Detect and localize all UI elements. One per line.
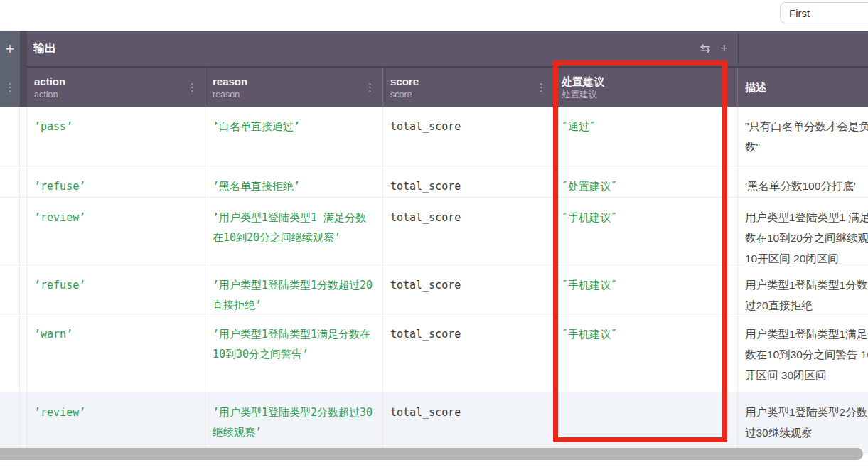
- first-button-label: First: [789, 7, 810, 19]
- cell-suggestion[interactable]: ″手机建议″: [554, 314, 738, 392]
- row-handle[interactable]: [0, 314, 20, 392]
- row-handle[interactable]: [0, 392, 20, 453]
- column-header-labels: reason reason: [205, 74, 365, 101]
- cell-action[interactable]: ’review’: [27, 198, 205, 265]
- column-header[interactable]: reason reason ⋮: [205, 68, 383, 107]
- table-body: ’pass’ ’白名单直接通过’ total_score ″通过″ "只有白名单…: [0, 107, 868, 453]
- row-menu-button[interactable]: ⋮: [0, 68, 20, 107]
- cell-suggestion[interactable]: ″手机建议″: [554, 265, 738, 314]
- column-menu-icon[interactable]: ⋮: [187, 82, 205, 92]
- column-menu-icon[interactable]: ⋮: [365, 82, 382, 92]
- column-label: reason: [213, 74, 365, 89]
- column-sublabel: action: [34, 89, 187, 101]
- cell-reason[interactable]: ’白名单直接通过’: [205, 107, 383, 166]
- cell-action[interactable]: ’review’: [27, 392, 205, 453]
- cell-suggestion[interactable]: ″处置建议″: [554, 166, 738, 198]
- cell-reason[interactable]: ’用户类型1登陆类型1分数超过20直接拒绝’: [205, 265, 383, 314]
- bottom-divider: [0, 466, 868, 466]
- add-row-button[interactable]: +: [0, 31, 20, 68]
- cell-score[interactable]: total_score: [383, 392, 554, 453]
- cell-action[interactable]: ’pass’: [27, 107, 205, 166]
- row-handle[interactable]: [0, 107, 20, 166]
- table-row: ’review’ ’用户类型1登陆类型2分数超过30继续观察’ total_sc…: [0, 392, 868, 453]
- table-row: ’refuse’ ’用户类型1登陆类型1分数超过20直接拒绝’ total_sc…: [0, 265, 868, 314]
- data-table: + 输出 ⇆ + ⋮ action action ⋮: [0, 31, 868, 453]
- plus-icon: +: [6, 41, 15, 57]
- row-gutter: [20, 107, 27, 166]
- table-row: ’review’ ’用户类型1登陆类型1 满足分数在10到20分之间继续观察’ …: [0, 198, 868, 265]
- cell-score[interactable]: total_score: [383, 265, 554, 314]
- cell-description[interactable]: 用户类型1登陆类型2分数超过30继续观察: [738, 392, 868, 453]
- group-title: 输出: [33, 41, 56, 56]
- cell-description[interactable]: "只有白名单分数才会是负数": [738, 107, 868, 166]
- top-bar: First: [0, 0, 868, 31]
- column-label: score: [390, 74, 536, 89]
- column-header[interactable]: action action ⋮: [27, 68, 205, 107]
- group-header-actions: ⇆ +: [700, 42, 728, 55]
- row-gutter: [20, 392, 27, 453]
- column-label: action: [34, 74, 187, 89]
- cell-suggestion[interactable]: [554, 392, 738, 453]
- first-button[interactable]: First: [780, 2, 868, 23]
- column-header-row: ⋮ action action ⋮ reason reason ⋮ score …: [0, 68, 868, 107]
- table-row: ’warn’ ’用户类型1登陆类型1满足分数在10到30分之间警告’ total…: [0, 314, 868, 392]
- table-row: ’refuse’ ’黑名单直接拒绝’ total_score ″处置建议″ '黑…: [0, 166, 868, 198]
- cell-score[interactable]: total_score: [383, 166, 554, 198]
- header-gutter: [20, 68, 27, 107]
- row-handle[interactable]: [0, 166, 20, 198]
- column-header-labels: score score: [383, 74, 536, 101]
- cell-description[interactable]: 用户类型1登陆类型1分数超过20直接拒绝: [738, 265, 868, 314]
- row-gutter: [20, 166, 27, 198]
- cell-action[interactable]: ’warn’: [27, 314, 205, 392]
- cell-score[interactable]: total_score: [383, 314, 554, 392]
- cell-suggestion[interactable]: ″手机建议″: [554, 198, 738, 265]
- column-header-labels: 描述: [738, 80, 868, 95]
- row-gutter: [20, 265, 27, 314]
- row-handle[interactable]: [0, 198, 20, 265]
- column-label: 处置建议: [562, 74, 719, 89]
- column-label: 描述: [745, 80, 868, 95]
- column-header-labels: 处置建议 处置建议: [554, 74, 719, 101]
- column-sublabel: reason: [213, 89, 365, 101]
- column-menu-icon[interactable]: ⋮: [536, 82, 554, 92]
- column-sublabel: score: [390, 89, 536, 101]
- cell-score[interactable]: total_score: [383, 107, 554, 166]
- spreadsheet-view: First + 输出 ⇆ + ⋮ act: [0, 0, 868, 470]
- header-gutter: [20, 31, 27, 68]
- column-header[interactable]: 处置建议 处置建议 ⋮: [554, 68, 738, 107]
- column-header[interactable]: 描述 ⋮: [738, 68, 868, 107]
- cell-reason[interactable]: ’用户类型1登陆类型1满足分数在10到30分之间警告’: [205, 314, 383, 392]
- column-header[interactable]: score score ⋮: [383, 68, 554, 107]
- cell-description[interactable]: 用户类型1登陆类型1满足分数在10到30分之间警告 10开区间 30闭区间: [738, 314, 868, 392]
- column-sublabel: 处置建议: [562, 89, 719, 101]
- cell-action[interactable]: ’refuse’: [27, 265, 205, 314]
- cell-score[interactable]: total_score: [383, 198, 554, 265]
- cell-description[interactable]: '黑名单分数100分打底': [738, 166, 868, 198]
- cell-description[interactable]: 用户类型1登陆类型1 满足分数在10到20分之间继续观察 10开区间 20闭区间: [738, 198, 868, 265]
- row-gutter: [20, 314, 27, 392]
- group-header-spacer: [738, 31, 868, 68]
- group-header-output[interactable]: 输出 ⇆ +: [27, 31, 738, 68]
- cell-reason[interactable]: ’用户类型1登陆类型2分数超过30继续观察’: [205, 392, 383, 453]
- swap-columns-icon[interactable]: ⇆: [700, 42, 710, 55]
- cell-suggestion[interactable]: ″通过″: [554, 107, 738, 166]
- horizontal-scrollbar-thumb[interactable]: [0, 448, 863, 460]
- group-header-row: + 输出 ⇆ +: [0, 31, 868, 68]
- cell-reason[interactable]: ’黑名单直接拒绝’: [205, 166, 383, 198]
- cell-reason[interactable]: ’用户类型1登陆类型1 满足分数在10到20分之间继续观察’: [205, 198, 383, 265]
- column-menu-icon[interactable]: ⋮: [719, 82, 737, 92]
- table-row: ’pass’ ’白名单直接通过’ total_score ″通过″ "只有白名单…: [0, 107, 868, 166]
- column-header-labels: action action: [27, 74, 187, 101]
- cell-action[interactable]: ’refuse’: [27, 166, 205, 198]
- row-handle[interactable]: [0, 265, 20, 314]
- row-gutter: [20, 198, 27, 265]
- vertical-dots-icon: ⋮: [5, 82, 16, 92]
- add-column-icon[interactable]: +: [720, 42, 728, 55]
